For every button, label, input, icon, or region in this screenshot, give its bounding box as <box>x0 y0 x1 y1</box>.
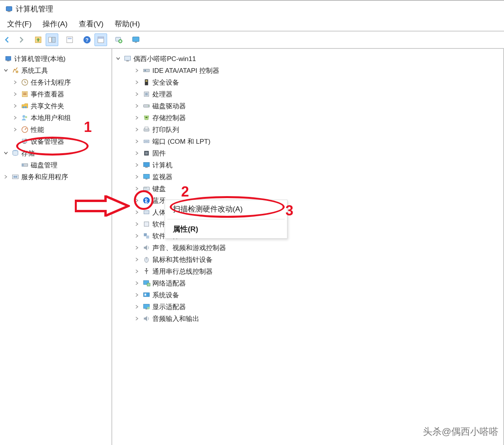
chevron-right-icon[interactable] <box>133 257 141 262</box>
ctx-properties[interactable]: 属性(R) <box>165 220 287 238</box>
svg-rect-42 <box>145 93 148 96</box>
svg-rect-53 <box>145 152 148 155</box>
tree-node-root-pc[interactable]: 偶西小嗒嗒PC-win11 <box>114 53 502 65</box>
tree-node-audioio[interactable]: 音频输入和输出 <box>114 313 502 324</box>
ctx-scan-hardware[interactable]: 扫描检测硬件改动(A) <box>165 200 287 218</box>
tree-node-sysdev[interactable]: 系统设备 <box>114 289 502 301</box>
chevron-right-icon[interactable] <box>133 151 141 156</box>
printq-icon <box>142 125 151 134</box>
chevron-right-icon[interactable] <box>133 245 141 250</box>
toolbar-back-button[interactable] <box>2 34 13 46</box>
tree-label: 计算机管理(本地) <box>14 54 65 63</box>
chevron-right-icon[interactable] <box>2 174 9 179</box>
chevron-right-icon[interactable] <box>133 186 141 191</box>
chevron-right-icon[interactable] <box>12 92 19 96</box>
disk-management-icon <box>20 161 29 169</box>
chevron-right-icon[interactable] <box>133 174 141 179</box>
tree-label: 计算机 <box>152 161 172 170</box>
tree-node-local-users[interactable]: 本地用户和组 <box>2 112 110 124</box>
tree-node-device-manager[interactable]: 设备管理器 <box>2 135 110 147</box>
chevron-right-icon[interactable] <box>133 139 141 144</box>
ctx-separator <box>167 219 285 219</box>
tree-node-cpu[interactable]: 处理器 <box>114 88 502 100</box>
tree-label: 系统工具 <box>21 66 48 75</box>
diskdrv-icon <box>142 102 151 110</box>
svg-point-17 <box>16 70 19 73</box>
tree-node-storctrl[interactable]: 存储控制器 <box>114 112 502 124</box>
toolbar-monitor-button[interactable] <box>130 34 142 46</box>
toolbar-up-button[interactable] <box>32 34 44 46</box>
chevron-right-icon[interactable] <box>133 163 141 167</box>
chevron-down-icon[interactable] <box>2 151 9 156</box>
tree-node-storage[interactable]: 存储 <box>2 147 110 159</box>
chevron-right-icon[interactable] <box>133 68 141 73</box>
tree-node-system-tools[interactable]: 系统工具 <box>2 65 110 76</box>
keyboard-icon <box>142 184 151 193</box>
tree-node-task-scheduler[interactable]: 任务计划程序 <box>2 76 110 88</box>
tree-node-monitor[interactable]: 监视器 <box>114 171 502 183</box>
chevron-right-icon[interactable] <box>133 269 141 274</box>
svg-text:?: ? <box>85 37 89 43</box>
tree-node-event-viewer[interactable]: 事件查看器 <box>2 88 110 100</box>
tree-node-performance[interactable]: 性能 <box>2 124 110 135</box>
menu-help[interactable]: 帮助(H) <box>109 17 145 31</box>
chevron-right-icon[interactable] <box>133 293 141 297</box>
menu-file[interactable]: 文件(F) <box>2 17 37 31</box>
chevron-right-icon[interactable] <box>133 210 141 215</box>
tree-node-display[interactable]: 显示适配器 <box>114 301 502 313</box>
tree-node-audio[interactable]: 声音、视频和游戏控制器 <box>114 242 502 254</box>
tree-node-services-apps[interactable]: 服务和应用程序 <box>2 171 110 183</box>
tree-label: IDE ATA/ATAPI 控制器 <box>152 66 219 75</box>
chevron-right-icon[interactable] <box>133 304 141 309</box>
toolbar-properties-button[interactable] <box>64 34 76 46</box>
tree-label: 打印队列 <box>152 125 179 134</box>
toolbar-scan-button[interactable] <box>113 34 124 46</box>
chevron-right-icon[interactable] <box>12 104 19 108</box>
menu-view[interactable]: 查看(V) <box>73 17 109 31</box>
tree-node-printq[interactable]: 打印队列 <box>114 124 502 135</box>
svg-point-34 <box>15 176 17 178</box>
chevron-right-icon[interactable] <box>12 115 19 120</box>
svg-rect-61 <box>146 188 147 189</box>
chevron-right-icon[interactable] <box>133 316 141 321</box>
chevron-right-icon[interactable] <box>133 198 141 203</box>
chevron-down-icon[interactable] <box>2 68 9 73</box>
tree-label: 人体 <box>152 208 166 217</box>
tree-node-computer-management[interactable]: 计算机管理(本地) <box>2 53 110 65</box>
toolbar-help-button[interactable]: ? <box>81 34 93 46</box>
tree-label: 事件查看器 <box>31 90 64 99</box>
tree-node-ports[interactable]: 端口 (COM 和 LPT) <box>114 135 502 147</box>
tree-node-keyboard[interactable]: 键盘 <box>114 183 502 195</box>
tree-label: 设备管理器 <box>31 137 64 146</box>
chevron-right-icon[interactable] <box>133 104 141 108</box>
tree-node-computer[interactable]: 计算机 <box>114 159 502 171</box>
chevron-right-icon[interactable] <box>133 80 141 85</box>
audioio-icon <box>142 314 151 323</box>
tree-node-firmware[interactable]: 固件 <box>114 147 502 159</box>
tree-node-shared-folders[interactable]: 共享文件夹 <box>2 100 110 112</box>
tree-label: 键盘 <box>152 184 166 193</box>
chevron-down-icon[interactable] <box>115 56 122 61</box>
toolbar-view-button[interactable] <box>94 33 107 46</box>
svg-rect-73 <box>145 294 146 296</box>
tree-node-security[interactable]: 安全设备 <box>114 76 502 88</box>
chevron-right-icon[interactable] <box>133 281 141 286</box>
chevron-right-icon[interactable] <box>12 127 19 132</box>
tree-node-disk-management[interactable]: 磁盘管理 <box>2 159 110 171</box>
tree-node-net[interactable]: 网络适配器 <box>114 277 502 289</box>
chevron-right-icon[interactable] <box>12 80 19 85</box>
chevron-right-icon[interactable] <box>133 127 141 132</box>
chevron-right-icon[interactable] <box>133 115 141 120</box>
tree-node-mouse[interactable]: 鼠标和其他指针设备 <box>114 254 502 265</box>
tree-node-usb[interactable]: 通用串行总线控制器 <box>114 265 502 277</box>
toolbar-show-hide-tree-button[interactable] <box>46 33 58 46</box>
menu-action[interactable]: 操作(A) <box>37 17 73 31</box>
toolbar-forward-button[interactable] <box>15 34 27 46</box>
tree-node-ide[interactable]: IDE ATA/ATAPI 控制器 <box>114 65 502 76</box>
chevron-right-icon[interactable] <box>133 92 141 96</box>
sysdev-icon <box>142 291 151 299</box>
chevron-right-icon[interactable] <box>133 234 141 238</box>
tree-node-diskdrv[interactable]: 磁盘驱动器 <box>114 100 502 112</box>
hid_a-icon <box>142 208 151 217</box>
chevron-right-icon[interactable] <box>133 222 141 226</box>
